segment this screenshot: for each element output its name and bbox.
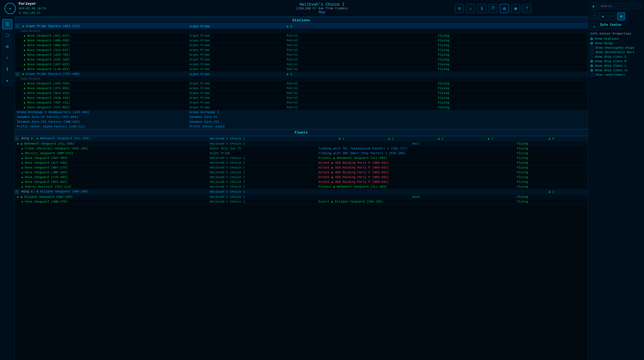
- map-location: Hatikvah's Choice I: [296, 2, 348, 7]
- radio-dot: [590, 55, 593, 58]
- collapse-btn[interactable]: -: [16, 25, 19, 28]
- nav-icon-settings[interactable]: ⚙: [455, 4, 464, 13]
- property-label: Show Wings: [595, 42, 613, 45]
- property-item-show-wings[interactable]: Show Wings: [590, 42, 642, 45]
- right-panel-header: ◉: [590, 2, 642, 10]
- sidebar-icon-fleet[interactable]: ⬡: [2, 30, 12, 40]
- table-row[interactable]: ▲ Nova Vanguard (SLH-047) Argon Prime Pa…: [15, 48, 588, 53]
- fleets-section-header: Fleets: [15, 129, 588, 136]
- nav-icon-warning[interactable]: ⚠: [466, 4, 475, 13]
- player-name: Forleyor: [19, 1, 46, 6]
- table-row[interactable]: ▲ Nova Vanguard (LJN-951) Argon Prime Pa…: [15, 67, 588, 72]
- nav-icon-clock[interactable]: ⏱: [489, 4, 498, 13]
- logo-icon: ✦: [5, 3, 16, 14]
- collapse-btn[interactable]: -: [16, 73, 19, 76]
- panel-icon-grid[interactable]: ⊞: [617, 12, 625, 20]
- flagship-star-icon: ★: [17, 195, 19, 199]
- nav-icon-help[interactable]: ?: [522, 4, 531, 13]
- table-row[interactable]: ▲ Nova Vanguard (UTI-092) Argon Prime Pa…: [15, 105, 588, 110]
- table-row[interactable]: Grand Exchange I Headquarters (LVX-106) …: [15, 110, 588, 115]
- property-item-show-ship-class-s[interactable]: Show Ship Class S: [590, 55, 642, 58]
- table-row[interactable]: ▲ Nova Vanguard (OWB-476) Hatikvah's Cho…: [15, 199, 588, 204]
- table-row[interactable]: - Wing 2: ▲ Behemoth Vanguard (VLL-595) …: [15, 136, 588, 141]
- map-title-area: Hatikvah's Choice I (159,208 Cr due from…: [296, 2, 348, 14]
- table-row[interactable]: ★ ▲ Eclipse Vanguard (SWV-296) Hatikvah'…: [15, 194, 588, 199]
- property-label: Show Stations: [595, 37, 619, 40]
- stations-table: - ▲ Argon Prime Factory (WII-117) Argon …: [15, 24, 588, 129]
- table-row[interactable]: ▲ Osprey Sentinel (XCX-114) Hatikvah's C…: [15, 184, 588, 189]
- table-row[interactable]: ★ ▲ Behemoth Vanguard (VLL-595) Hatikvah…: [15, 141, 588, 146]
- main-content: Stations - ▲ Argon Prime Factory (WII-11…: [15, 17, 588, 360]
- table-row[interactable]: ▲ Nova Vanguard (GCI-947) Argon Prime Pa…: [15, 33, 588, 38]
- property-label: Show Ship Class M: [595, 60, 626, 63]
- table-row[interactable]: ▲ Nova Vanguard (WDY-275) Hatikvah's Cho…: [15, 165, 588, 170]
- table-row[interactable]: ▲ Nova Vanguard (ACO-784) Argon Prime Pa…: [15, 81, 588, 86]
- nav-icon-info[interactable]: ℹ: [477, 4, 486, 13]
- player-credits: 4,791,142 Cr: [19, 11, 46, 15]
- sidebar-icon-map[interactable]: ⊞: [2, 42, 12, 52]
- player-date: 825-02-09 18:51: [19, 6, 46, 11]
- table-row[interactable]: ▲ Nova Vanguard (LYK-003) Hatikvah's Cho…: [15, 175, 588, 180]
- sidebar-icon-rank[interactable]: ★: [2, 75, 12, 86]
- table-row[interactable]: ▲ Nova Vanguard (OKT-825) Argon Prime Pa…: [15, 62, 588, 67]
- info-center-title: Info Center: [600, 23, 622, 28]
- table-row[interactable]: Ianamus Zura VII Factory (VWE-015) Ianam…: [15, 120, 588, 124]
- map-label: Map: [296, 10, 348, 14]
- property-item-show-ship-class-l[interactable]: Show Ship Class L: [590, 64, 642, 68]
- table-row[interactable]: - ▲ Argon Prime Factory (WII-117) Argon …: [15, 24, 588, 29]
- table-row[interactable]: ▲ Mercury Vanguard (DMP-533) Argon Prime…: [15, 151, 588, 156]
- table-row[interactable]: ▲ Nova Vanguard (KJY-283) Hatikvah's Cho…: [15, 161, 588, 165]
- table-row[interactable]: ▲ Nova Vanguard (IFX-963) Argon Prime Pa…: [15, 86, 588, 91]
- search-input[interactable]: [598, 3, 642, 9]
- panel-icon-dots[interactable]: ···: [608, 12, 616, 20]
- table-row[interactable]: ▲ Nova Vanguard (BFK-891) Hatikvah's Cho…: [15, 180, 588, 184]
- table-row[interactable]: Profit Center Alpha Factory (LWO-111) Pr…: [15, 124, 588, 129]
- property-label: Show Ship Class XL: [595, 69, 628, 72]
- sidebar-icon-info[interactable]: ℹ: [2, 64, 12, 74]
- property-item-show-ship-class-m[interactable]: Show Ship Class M: [590, 60, 642, 63]
- map-subtitle: (159,208 Cr due from trades): [296, 7, 348, 10]
- table-row[interactable]: ▲ Nova Vanguard (DIP-404) Hatikvah's Cho…: [15, 156, 588, 161]
- table-row[interactable]: ▲ Nova Vanguard (CDZ-360) Argon Prime Pa…: [15, 57, 588, 62]
- panel-refresh-icon[interactable]: ↺: [590, 22, 598, 30]
- radio-dot: [590, 69, 593, 72]
- sidebar-icon-alert[interactable]: ⚡: [2, 53, 12, 63]
- header-icons: ⚙ ⚠ ℹ ⏱ ◎ ◉ ?: [455, 4, 531, 13]
- property-item-show-shield/hull-bars[interactable]: Show Shield/Hull Bars: [590, 51, 642, 54]
- sidebar-icon-menu[interactable]: ☰: [2, 19, 12, 29]
- radio-dot: [590, 37, 593, 40]
- panel-icon-excl[interactable]: !: [590, 12, 598, 20]
- checkbox: [590, 73, 594, 76]
- table-row[interactable]: ▲ Nova Vanguard (MUA-507) Argon Prime Pa…: [15, 43, 588, 48]
- collapse-btn[interactable]: -: [15, 137, 19, 140]
- nav-icon-target[interactable]: ◎: [500, 4, 509, 13]
- property-item-show-unassigned-ships[interactable]: Show Unassigned Ships: [590, 46, 642, 50]
- panel-icons: ! ▶ ··· ⊞: [590, 12, 642, 20]
- table-row[interactable]: ▲ Nova Vanguard (ZDS-705) Argon Prime Pa…: [15, 53, 588, 57]
- property-item-show-lasertowers[interactable]: Show Lasertowers: [590, 73, 642, 76]
- panel-icon-arr[interactable]: ▶: [599, 12, 607, 20]
- right-panel-eye-icon[interactable]: ◉: [590, 2, 597, 10]
- right-panel: ◉ ! ▶ ··· ⊞ ↺ Info Center Info Center Pr…: [588, 0, 644, 360]
- subordinate-label-row: Subordinates: [15, 77, 588, 81]
- table-row[interactable]: ▲ Nova Vanguard (WJQ-430) Argon Prime Pa…: [15, 96, 588, 100]
- radio-dot: [590, 64, 593, 67]
- sidebar-left: ☰ ⬡ ⊞ ⚡ ℹ ★: [0, 17, 15, 360]
- nav-icon-radio[interactable]: ◉: [511, 4, 520, 13]
- table-row[interactable]: - ▲ Argon Prime Factory (TCV-488) Argon …: [15, 72, 588, 77]
- table-row[interactable]: ▲ Nova Vanguard (VEP-731) Argon Prime Pa…: [15, 100, 588, 105]
- table-row[interactable]: ▲ Crane (Mineral) Vanguard (EHS-196) Bla…: [15, 146, 588, 151]
- property-item-show-stations[interactable]: Show Stations: [590, 37, 642, 40]
- property-label: Show Lasertowers: [595, 73, 625, 76]
- fleets-table: - Wing 2: ▲ Behemoth Vanguard (VLL-595) …: [15, 136, 588, 204]
- table-row[interactable]: - Wing 1: ▲ Eclipse Vanguard (SWV-296) H…: [15, 189, 588, 194]
- table-row[interactable]: ▲ Nova Vanguard (XBP-404) Hatikvah's Cho…: [15, 170, 588, 175]
- checkbox: [590, 51, 594, 54]
- table-row[interactable]: ▲ Nova Vanguard (ANO-208) Argon Prime Pa…: [15, 38, 588, 43]
- table-row[interactable]: Ianamus Zura IV Factory (XKT-853) Ianamu…: [15, 115, 588, 120]
- header: ✦ Forleyor 825-02-09 18:51 4,791,142 Cr …: [0, 0, 644, 17]
- property-item-show-ship-class-xl[interactable]: Show Ship Class XL: [590, 69, 642, 72]
- flagship-star-icon: ★: [17, 142, 19, 145]
- collapse-btn[interactable]: -: [15, 190, 19, 194]
- table-row[interactable]: ▲ Nova Vanguard (NLN-332) Argon Prime Pa…: [15, 91, 588, 96]
